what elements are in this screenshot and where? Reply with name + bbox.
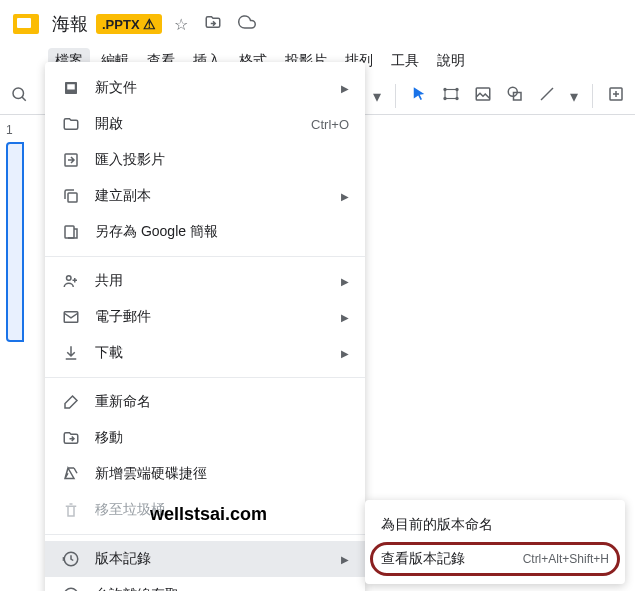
svg-point-2 [444,88,446,90]
share-icon [61,271,81,291]
select-tool-icon[interactable] [410,85,428,107]
menu-offline[interactable]: 允許離線存取 [45,577,365,591]
svg-point-4 [444,97,446,99]
chevron-right-icon: ▶ [341,83,349,94]
chevron-right-icon: ▶ [341,191,349,202]
separator [45,534,365,535]
menu-shortcut[interactable]: 新增雲端硬碟捷徑 [45,456,365,492]
trash-icon [61,500,81,520]
pptx-badge[interactable]: .PPTX⚠ [96,14,162,34]
search-icon[interactable] [10,85,28,107]
new-doc-icon [61,78,81,98]
cloud-icon[interactable] [234,9,260,39]
rename-icon [61,392,81,412]
menu-new-doc[interactable]: 新文件 ▶ [45,70,365,106]
menu-tools[interactable]: 工具 [384,48,426,74]
header: 海報 .PPTX⚠ ☆ [0,0,635,48]
menu-move[interactable]: 移動 [45,420,365,456]
svg-rect-13 [68,193,77,202]
menu-import[interactable]: 匯入投影片 [45,142,365,178]
submenu-name-version[interactable]: 為目前的版本命名 [365,508,625,542]
menu-version-history[interactable]: 版本記錄 ▶ [45,541,365,577]
menu-save-as[interactable]: 另存為 Google 簡報 [45,214,365,250]
chevron-down-icon[interactable]: ▾ [570,87,578,106]
warning-icon: ⚠ [143,16,156,32]
email-icon [61,307,81,327]
textbox-icon[interactable] [442,85,460,107]
move-icon [61,428,81,448]
star-icon[interactable]: ☆ [170,11,192,38]
slide-thumbnail[interactable] [6,142,24,342]
separator [592,84,593,108]
menu-rename[interactable]: 重新命名 [45,384,365,420]
copy-icon [61,186,81,206]
doc-title[interactable]: 海報 [52,12,88,36]
folder-icon [61,114,81,134]
separator [45,256,365,257]
slides-logo[interactable] [8,6,44,42]
chevron-right-icon: ▶ [341,276,349,287]
svg-rect-14 [65,226,74,238]
menu-open[interactable]: 開啟 Ctrl+O [45,106,365,142]
menu-help[interactable]: 說明 [430,48,472,74]
svg-point-15 [67,276,72,281]
import-icon [61,150,81,170]
menu-copy[interactable]: 建立副本 ▶ [45,178,365,214]
move-folder-icon[interactable] [200,9,226,39]
svg-point-5 [456,97,458,99]
svg-rect-11 [67,84,75,89]
separator [45,377,365,378]
offline-icon [61,585,81,591]
drive-shortcut-icon [61,464,81,484]
download-icon [61,343,81,363]
history-icon [61,549,81,569]
chevron-right-icon: ▶ [341,312,349,323]
svg-rect-1 [445,90,457,99]
menu-share[interactable]: 共用 ▶ [45,263,365,299]
chevron-right-icon: ▶ [341,554,349,565]
chevron-down-icon[interactable]: ▾ [373,87,381,106]
watermark: wellstsai.com [150,504,267,525]
slide-panel: 1 [6,120,24,342]
menu-email[interactable]: 電子郵件 ▶ [45,299,365,335]
chevron-right-icon: ▶ [341,348,349,359]
save-as-icon [61,222,81,242]
image-icon[interactable] [474,85,492,107]
version-history-submenu: 為目前的版本命名 查看版本記錄 Ctrl+Alt+Shift+H [365,500,625,584]
svg-point-3 [456,88,458,90]
separator [395,84,396,108]
shape-icon[interactable] [506,85,524,107]
menu-download[interactable]: 下載 ▶ [45,335,365,371]
svg-point-0 [13,88,24,99]
line-icon[interactable] [538,85,556,107]
slide-number: 1 [6,123,13,137]
add-box-icon[interactable] [607,85,625,107]
submenu-view-history[interactable]: 查看版本記錄 Ctrl+Alt+Shift+H [365,542,625,576]
